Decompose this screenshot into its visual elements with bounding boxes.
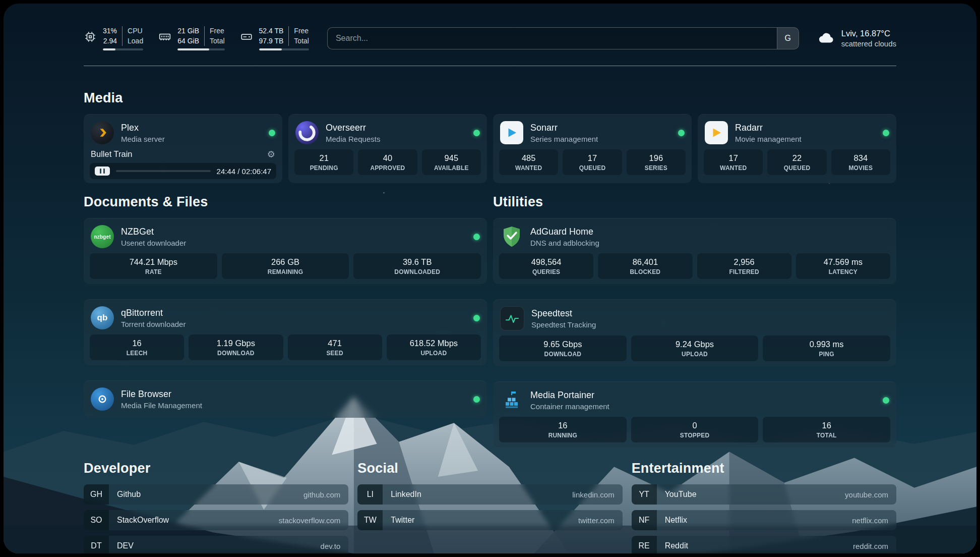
bookmark-linkedin[interactable]: LI LinkedIn linkedin.com — [357, 484, 622, 505]
memory-free: 21 GiB — [177, 26, 199, 36]
sonarr-icon — [500, 121, 523, 144]
service-card-speedtest[interactable]: Speedtest Speedtest Tracking 9.65 Gbps D… — [493, 299, 896, 366]
bookmark-url: linkedin.com — [572, 490, 614, 499]
search-input[interactable] — [328, 28, 777, 49]
service-name: Plex — [121, 123, 165, 133]
memory-total-label: Total — [210, 36, 225, 46]
bookmark-name: Netflix — [665, 516, 687, 525]
social-heading: Social — [357, 461, 622, 476]
stat-download: 1.19 Gbps DOWNLOAD — [189, 335, 283, 360]
stat-queued: 17 QUEUED — [563, 149, 622, 175]
disk-progress-bar — [259, 48, 309, 50]
memory-stats: 21 GiB 64 GiB Free Total — [177, 26, 224, 50]
section-utilities: Utilities — [493, 194, 896, 448]
weather-location: Lviv, 16.87°C — [841, 29, 896, 38]
documents-heading: Documents & Files — [84, 194, 487, 210]
status-dot-online — [883, 130, 889, 136]
disk-total: 97.9 TB — [259, 36, 284, 46]
adguard-icon — [500, 225, 523, 248]
service-card-qbittorrent[interactable]: qb qBittorrent Torrent downloader 16 — [84, 299, 487, 365]
bookmark-url: twitter.com — [578, 516, 615, 525]
plex-player: 24:44 / 02:06:47 — [90, 163, 276, 179]
service-card-portainer[interactable]: Media Portainer Container management 16 … — [493, 381, 896, 448]
service-name: AdGuard Home — [530, 227, 599, 237]
search-provider-button[interactable]: G — [777, 28, 799, 49]
service-name: qBittorrent — [121, 308, 186, 318]
bookmark-url: dev.to — [321, 542, 341, 550]
pause-button[interactable] — [95, 166, 110, 176]
service-name: Speedtest — [531, 308, 596, 319]
cloud-icon — [817, 30, 835, 47]
bookmark-url: reddit.com — [853, 542, 888, 550]
status-dot-online — [473, 315, 480, 321]
disk-stats: 52.4 TB 97.9 TB Free Total — [259, 26, 309, 50]
topbar-divider — [84, 66, 896, 66]
cpu-widget: 31% 2.94 CPU Load — [84, 26, 143, 50]
service-card-adguard[interactable]: AdGuard Home DNS and adblocking 498,564 … — [493, 218, 896, 284]
service-desc: DNS and adblocking — [530, 239, 599, 247]
bookmark-name: StackOverflow — [117, 516, 169, 525]
cpu-percent: 31% — [103, 26, 117, 36]
stat-ping: 0.993 ms PING — [763, 336, 890, 361]
service-desc: Media Requests — [326, 135, 380, 143]
service-desc: Container management — [530, 402, 609, 411]
utilities-heading: Utilities — [493, 194, 896, 210]
bookmark-name: Twitter — [391, 516, 414, 525]
bookmark-reddit[interactable]: RE Reddit reddit.com — [632, 536, 896, 553]
stat-remaining: 266 GB REMAINING — [222, 253, 349, 279]
stat-queued: 22 QUEUED — [767, 149, 826, 175]
service-card-filebrowser[interactable]: File Browser Media File Management — [84, 380, 487, 418]
service-name: Overseerr — [326, 123, 380, 133]
top-bar: 31% 2.94 CPU Load — [84, 26, 896, 50]
bookmark-github[interactable]: GH Github github.com — [84, 484, 348, 505]
bookmark-dev[interactable]: DT DEV dev.to — [84, 536, 348, 553]
stat-filtered: 2,956 FILTERED — [697, 253, 791, 279]
bookmark-abbr: SO — [84, 510, 109, 530]
playback-progress-bar[interactable] — [116, 170, 211, 172]
stat-wanted: 485 WANTED — [499, 149, 558, 175]
playback-time: 24:44 / 02:06:47 — [217, 167, 271, 176]
service-name: File Browser — [121, 389, 202, 400]
service-card-sonarr[interactable]: Sonarr Series management 485 WANTED 17 Q… — [493, 114, 692, 183]
bookmark-abbr: NF — [632, 510, 657, 530]
disk-free-label: Free — [294, 26, 309, 36]
weather-widget: Lviv, 16.87°C scattered clouds — [817, 29, 896, 48]
stat-queries: 498,564 QUERIES — [499, 253, 593, 279]
memory-icon — [158, 26, 171, 45]
service-desc: Usenet downloader — [121, 239, 186, 247]
stat-blocked: 86,401 BLOCKED — [598, 253, 692, 279]
service-desc: Movie management — [735, 135, 802, 143]
stat-available: 945 AVAILABLE — [422, 149, 481, 175]
cpu-icon — [84, 26, 97, 45]
service-card-plex[interactable]: Plex Media server Bullet Train ⚙ — [84, 114, 282, 183]
bookmark-stackoverflow[interactable]: SO StackOverflow stackoverflow.com — [84, 510, 348, 530]
service-card-overseerr[interactable]: Overseerr Media Requests 21 PENDING 40 A… — [288, 114, 487, 183]
memory-widget: 21 GiB 64 GiB Free Total — [158, 26, 224, 50]
bookmark-twitter[interactable]: TW Twitter twitter.com — [357, 510, 622, 530]
stat-stopped: 0 STOPPED — [631, 417, 759, 442]
bookmark-abbr: TW — [357, 510, 383, 530]
bookmark-group-social: Social LI LinkedIn linkedin.com TW Twitt… — [357, 461, 622, 553]
bookmark-url: youtube.com — [845, 490, 888, 499]
developer-heading: Developer — [84, 461, 348, 476]
service-card-radarr[interactable]: Radarr Movie management 17 WANTED 22 QUE… — [698, 114, 896, 183]
bookmark-youtube[interactable]: YT YouTube youtube.com — [632, 484, 896, 505]
stat-series: 196 SERIES — [627, 149, 686, 175]
stat-seed: 471 SEED — [288, 335, 382, 360]
service-card-nzbget[interactable]: nzbget NZBGet Usenet downloader 744.21 M… — [84, 218, 487, 284]
status-dot-online — [678, 130, 685, 136]
memory-free-label: Free — [210, 26, 225, 36]
service-name: NZBGet — [121, 227, 186, 237]
bookmark-url: stackoverflow.com — [279, 516, 341, 525]
bookmark-group-entertainment: Entertainment YT YouTube youtube.com NF … — [632, 461, 896, 553]
bookmark-url: netflix.com — [852, 516, 888, 525]
section-media: Media Plex Media server — [84, 90, 896, 183]
resource-widgets: 31% 2.94 CPU Load — [84, 26, 309, 50]
gear-icon[interactable]: ⚙ — [267, 150, 275, 159]
nzbget-icon: nzbget — [91, 225, 114, 248]
media-heading: Media — [84, 90, 896, 106]
bookmark-netflix[interactable]: NF Netflix netflix.com — [632, 510, 896, 530]
qbittorrent-icon-text: qb — [97, 313, 108, 323]
memory-progress-bar — [177, 48, 224, 50]
stat-pending: 21 PENDING — [294, 149, 353, 175]
